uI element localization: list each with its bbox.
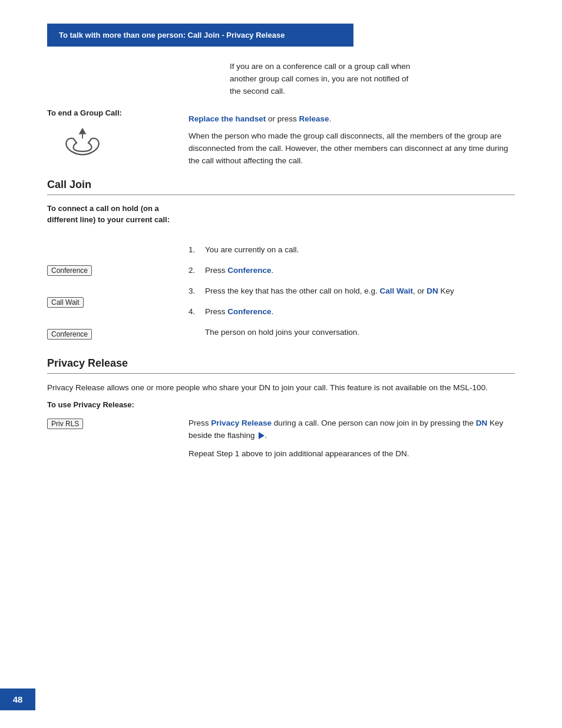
end-group-label: To end a Group Call: [47,108,177,117]
call-join-heading: Call Join [47,179,515,195]
step-2-conference: Conference [227,266,271,275]
key-row-conference-2: Conference [47,329,177,340]
privacy-step2-text: Repeat Step 1 above to join additional a… [189,448,515,460]
conference-button-1[interactable]: Conference [47,265,92,276]
privacy-right: Press Privacy Release during a call. One… [189,417,515,460]
or-press-text: or press [266,114,299,123]
intro-text: If you are on a conference call or a gro… [230,61,418,98]
step-4-content: Press Conference. [205,306,515,318]
privacy-two-col: Priv RLS Press Privacy Release during a … [47,417,515,460]
privacy-release-link[interactable]: Privacy Release [211,419,272,427]
hold-join-text: The person on hold joins your conversati… [205,327,515,339]
callwait-button[interactable]: Call Wait [47,297,84,308]
privacy-release-section: Privacy Release Privacy Release allows o… [47,357,515,460]
privacy-left: Priv RLS [47,417,177,429]
key-spacer-3 [47,308,177,329]
step-4: 4. Press Conference. [189,306,515,318]
step-2-num: 2. [189,265,205,277]
call-join-section: Call Join To connect a call on hold (on … [47,179,515,339]
banner-text: To talk with more than one person: Call … [59,31,285,39]
phone-handset-icon [56,127,109,156]
step-3-content: Press the key that has the other call on… [205,285,515,298]
svg-marker-0 [79,128,87,134]
privacy-desc: Privacy Release allows one or more peopl… [47,382,515,394]
step-4-num: 4. [189,306,205,318]
key-spacer-1 [47,244,177,265]
step-1-num: 1. [189,244,205,256]
privacy-sub-label: To use Privacy Release: [47,400,515,409]
step-2: 2. Press Conference. [189,265,515,277]
arrow-right-icon [259,432,265,439]
call-join-layout: To connect a call on hold (on a differen… [47,203,515,234]
step-3-dn: DN [427,286,438,295]
step-3-callwait: Call Wait [379,286,413,295]
phone-icon-container [47,127,118,156]
banner-header: To talk with more than one person: Call … [47,24,353,47]
privacy-step1-text: Press Privacy Release during a call. One… [189,417,515,442]
call-join-left: To connect a call on hold (on a differen… [47,203,177,234]
step-1: 1. You are currently on a call. [189,244,515,256]
end-group-description: When the person who made the group call … [189,130,515,167]
replace-handset-link[interactable]: Replace the handset [189,114,266,123]
keys-column: Conference Call Wait Conference [47,244,177,340]
conference-button-2[interactable]: Conference [47,329,92,340]
key-row-conference-1: Conference [47,265,177,276]
call-join-instruction-label: To connect a call on hold (on a differen… [47,203,177,225]
step-4-conference: Conference [227,307,271,316]
priv-rls-button[interactable]: Priv RLS [47,419,83,429]
step-3-num: 3. [189,285,205,298]
release-link[interactable]: Release [299,114,329,123]
step-1-content: You are currently on a call. [205,244,515,256]
page-number: 48 [0,689,35,710]
page-content: To talk with more than one person: Call … [0,0,562,502]
end-group-section: To end a Group Call: Replace the handset… [47,108,515,167]
end-group-left: To end a Group Call: [47,108,177,156]
key-spacer-2 [47,276,177,297]
end-group-right: Replace the handset or press Release. Wh… [189,108,515,167]
step-3: 3. Press the key that has the other call… [189,285,515,298]
privacy-release-heading: Privacy Release [47,357,515,374]
steps-with-keys: Conference Call Wait Conference 1. You a… [47,244,515,340]
step-2-content: Press Conference. [205,265,515,277]
dn-key: DN [476,419,488,427]
key-row-callwait: Call Wait [47,297,177,308]
steps-column: 1. You are currently on a call. 2. Press… [189,244,515,339]
